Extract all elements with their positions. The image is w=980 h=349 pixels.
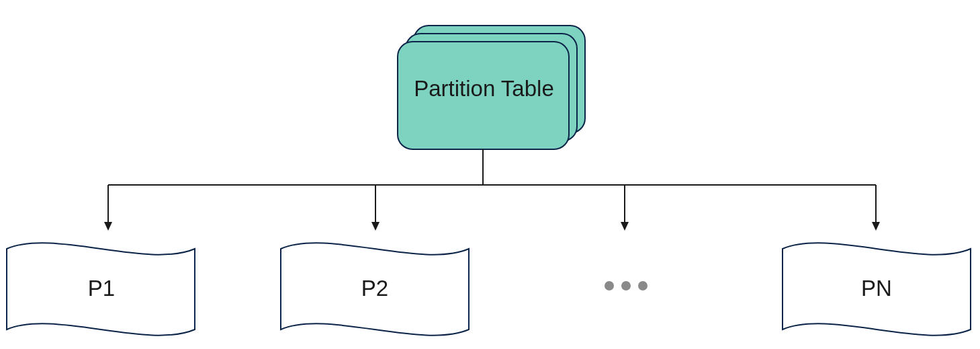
svg-marker-8 (621, 222, 629, 231)
svg-marker-7 (371, 222, 380, 231)
partition-table-diagram: Partition Table P1 P2 PN (0, 0, 980, 349)
ellipsis-icon (605, 281, 648, 290)
partition-p2-label: P2 (281, 276, 469, 301)
arrowheads (104, 222, 880, 231)
partition-p1-label: P1 (7, 276, 195, 301)
svg-point-10 (605, 281, 614, 290)
svg-marker-6 (104, 222, 112, 231)
partition-pn-label: PN (783, 276, 971, 301)
svg-point-12 (638, 281, 648, 290)
svg-marker-9 (872, 222, 880, 231)
svg-point-11 (621, 281, 631, 290)
arrow-tree (108, 149, 876, 224)
partition-table-label: Partition Table (398, 76, 570, 102)
